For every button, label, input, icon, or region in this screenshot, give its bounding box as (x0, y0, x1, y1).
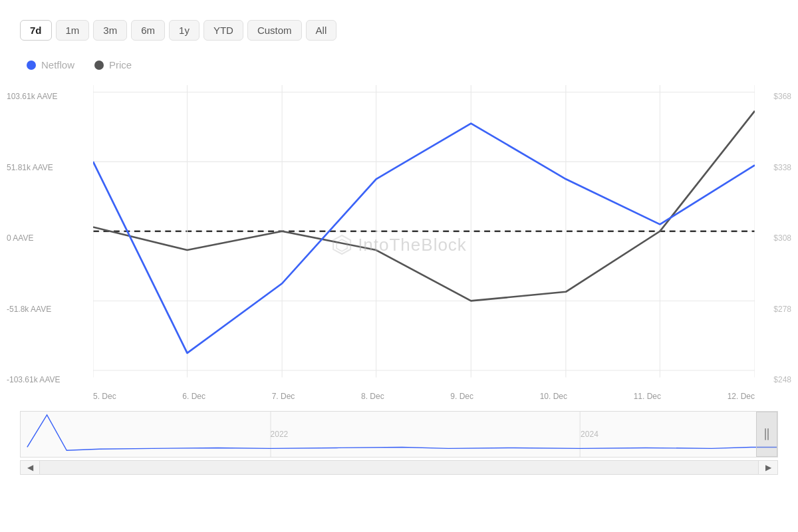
x-label-5: 10. Dec (540, 392, 567, 401)
legend-price: Price (94, 59, 132, 70)
x-label-7: 12. Dec (728, 392, 755, 401)
mini-chart-container[interactable]: 2022 2024 (20, 411, 778, 458)
scroll-left-button[interactable]: ◀ (20, 460, 40, 475)
netflow-dot (27, 61, 36, 70)
y-left-label-3: -51.8k AAVE (7, 305, 93, 314)
y-right-label-2: $308 (758, 233, 791, 243)
y-axis-right: $368 $338 $308 $278 $248 (758, 85, 791, 404)
legend-netflow: Netflow (27, 59, 74, 70)
x-label-0: 5. Dec (93, 392, 116, 401)
price-line (93, 111, 755, 301)
scroll-nav: ◀ ▶ (20, 460, 778, 475)
netflow-line (93, 124, 755, 353)
time-btn-ytd[interactable]: YTD (203, 20, 243, 41)
x-label-3: 8. Dec (361, 392, 384, 401)
x-axis: 5. Dec 6. Dec 7. Dec 8. Dec 9. Dec 10. D… (93, 388, 755, 404)
legend-price-label: Price (109, 59, 132, 70)
x-label-6: 11. Dec (634, 392, 661, 401)
time-range-selector: 7d1m3m6m1yYTDCustomAll (7, 13, 791, 47)
scroll-line-1 (765, 428, 766, 440)
y-left-label-1: 51.81k AAVE (7, 163, 93, 172)
y-left-label-2: 0 AAVE (7, 233, 93, 243)
time-btn-1m[interactable]: 1m (56, 20, 90, 41)
y-right-label-0: $368 (758, 92, 791, 101)
scroll-right-button[interactable]: ▶ (758, 460, 778, 475)
y-right-label-1: $338 (758, 163, 791, 172)
time-btn-7d[interactable]: 7d (20, 20, 52, 41)
main-chart-svg (93, 85, 755, 384)
scroll-line-2 (767, 428, 769, 440)
time-btn-custom[interactable]: Custom (247, 20, 302, 41)
time-btn-1y[interactable]: 1y (169, 20, 200, 41)
price-dot (94, 61, 104, 70)
svg-rect-16 (21, 412, 777, 457)
scroll-track[interactable] (40, 460, 758, 475)
time-btn-all[interactable]: All (306, 20, 337, 41)
legend-netflow-label: Netflow (41, 59, 74, 70)
time-btn-3m[interactable]: 3m (93, 20, 127, 41)
main-chart-wrapper: 103.61k AAVE 51.81k AAVE 0 AAVE -51.8k A… (7, 85, 791, 404)
y-right-label-3: $278 (758, 305, 791, 314)
main-container: 7d1m3m6m1yYTDCustomAll Netflow Price 103… (0, 0, 798, 532)
scroll-handle-lines (765, 428, 769, 440)
svg-chart-area (93, 85, 755, 384)
x-label-4: 9. Dec (450, 392, 473, 401)
time-btn-6m[interactable]: 6m (131, 20, 165, 41)
y-left-label-0: 103.61k AAVE (7, 92, 93, 101)
mini-chart-section: 2022 2024 ◀ ▶ (7, 411, 791, 475)
y-axis-left: 103.61k AAVE 51.81k AAVE 0 AAVE -51.8k A… (7, 85, 93, 404)
x-label-1: 6. Dec (182, 392, 205, 401)
y-left-label-4: -103.61k AAVE (7, 375, 93, 384)
mini-chart-svg (21, 412, 777, 457)
x-label-2: 7. Dec (272, 392, 295, 401)
scroll-handle[interactable] (756, 412, 777, 457)
y-right-label-4: $248 (758, 375, 791, 384)
chart-legend: Netflow Price (7, 54, 791, 76)
